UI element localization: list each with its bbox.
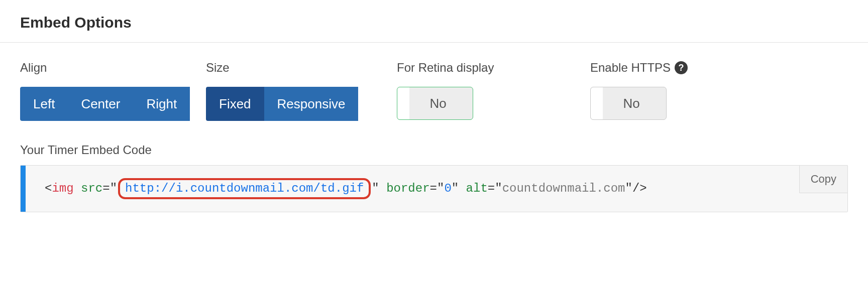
toggle-knob bbox=[397, 87, 409, 119]
tok-attr-alt: alt bbox=[466, 182, 488, 195]
embed-code-textarea[interactable]: <img src="http://i.countdownmail.com/td.… bbox=[26, 166, 847, 212]
retina-toggle-value: No bbox=[429, 96, 446, 111]
align-center-button[interactable]: Center bbox=[68, 87, 133, 121]
embed-code-panel: <img src="http://i.countdownmail.com/td.… bbox=[20, 165, 848, 212]
tok-close: /> bbox=[632, 182, 647, 195]
option-label-https-text: Enable HTTPS bbox=[590, 61, 671, 75]
https-toggle[interactable]: No bbox=[590, 87, 667, 120]
option-label-https: Enable HTTPS ? bbox=[590, 61, 741, 75]
embed-url-highlight: http://i.countdownmail.com/td.gif bbox=[118, 178, 371, 199]
tok-open-bracket: < bbox=[45, 182, 52, 195]
align-segmented-control: Left Center Right bbox=[20, 87, 206, 121]
copy-button[interactable]: Copy bbox=[799, 165, 848, 193]
option-group-size: Size Fixed Responsive bbox=[206, 61, 397, 121]
option-group-align: Align Left Center Right bbox=[20, 61, 206, 121]
tok-attr-border: border bbox=[386, 182, 429, 195]
embed-code-label: Your Timer Embed Code bbox=[20, 143, 848, 157]
https-toggle-value: No bbox=[623, 96, 639, 111]
option-group-https: Enable HTTPS ? No bbox=[590, 61, 741, 120]
help-icon[interactable]: ? bbox=[675, 61, 688, 74]
divider bbox=[0, 42, 868, 43]
option-label-size: Size bbox=[206, 61, 397, 75]
embed-options-panel: Embed Options Align Left Center Right Si… bbox=[0, 0, 868, 212]
option-label-retina: For Retina display bbox=[397, 61, 590, 75]
code-panel-accent bbox=[21, 166, 26, 212]
page-title: Embed Options bbox=[20, 14, 848, 31]
option-label-align: Align bbox=[20, 61, 206, 75]
retina-toggle[interactable]: No bbox=[397, 87, 473, 120]
tok-val-border: 0 bbox=[444, 182, 451, 195]
size-segmented-control: Fixed Responsive bbox=[206, 87, 397, 121]
align-left-button[interactable]: Left bbox=[20, 87, 68, 121]
align-right-button[interactable]: Right bbox=[133, 87, 190, 121]
tok-val-alt: countdownmail.com bbox=[502, 182, 625, 195]
embed-code-content: <img src="http://i.countdownmail.com/td.… bbox=[45, 178, 647, 199]
size-fixed-button[interactable]: Fixed bbox=[206, 87, 264, 121]
size-responsive-button[interactable]: Responsive bbox=[264, 87, 359, 121]
option-group-retina: For Retina display No bbox=[397, 61, 590, 120]
options-row: Align Left Center Right Size Fixed Respo… bbox=[20, 61, 848, 121]
toggle-knob bbox=[591, 87, 603, 119]
tok-tag-img: img bbox=[52, 182, 73, 195]
tok-attr-src: src bbox=[81, 182, 102, 195]
